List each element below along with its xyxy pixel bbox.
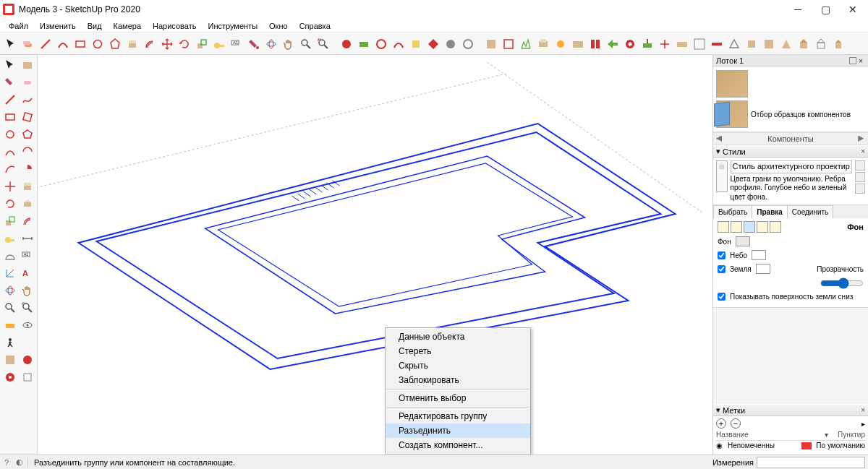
style-refresh-icon[interactable] [855, 184, 865, 194]
protractor-icon[interactable] [2, 248, 18, 264]
circle-tool-button[interactable] [90, 36, 106, 52]
ctx-lock[interactable]: Заблокировать [386, 373, 530, 387]
poly-icon[interactable] [20, 126, 35, 142]
toolbar-icon[interactable] [796, 36, 812, 52]
toolbar-icon[interactable] [460, 36, 476, 52]
ctx-hide[interactable]: Скрыть [386, 358, 530, 373]
bg-color-swatch[interactable] [736, 236, 750, 246]
misc-icon[interactable] [2, 369, 18, 385]
followme-icon[interactable] [20, 196, 35, 212]
style-name-field[interactable]: Стиль архитектурного проектир [731, 160, 852, 173]
select-tool-button[interactable] [3, 36, 19, 52]
marks-header[interactable]: ▾ Метки × [713, 404, 868, 416]
toolbar-icon[interactable] [425, 36, 441, 52]
toolbar-icon[interactable] [830, 36, 846, 52]
pan-tool-button[interactable] [281, 36, 297, 52]
polygon-tool-button[interactable] [107, 36, 123, 52]
viewport[interactable]: Данные объекта Стереть Скрыть Заблокиров… [38, 55, 712, 455]
face-settings-icon[interactable] [731, 221, 742, 233]
status-user-icon[interactable]: ◐ [13, 457, 26, 467]
ground-checkbox[interactable] [718, 265, 726, 273]
text-tool-button[interactable]: A1 [229, 36, 244, 52]
3dtext-icon[interactable]: A [20, 265, 35, 281]
toolbar-icon[interactable] [639, 36, 655, 52]
scale-icon[interactable] [2, 213, 18, 229]
menu-tools[interactable]: Инструменты [202, 20, 263, 32]
paint-icon[interactable] [2, 74, 18, 90]
rotate-tool-button[interactable] [176, 36, 192, 52]
style-new-icon[interactable] [855, 172, 865, 182]
zoom-tool-button[interactable] [298, 36, 314, 52]
ctx-make-component[interactable]: Создать компонент... [386, 438, 530, 452]
offset-tool-button[interactable] [142, 36, 158, 52]
arc3-icon[interactable] [2, 161, 18, 177]
toolbar-icon[interactable] [622, 36, 638, 52]
toolbar-icon[interactable] [761, 36, 777, 52]
minimize-button[interactable]: ─ [784, 0, 812, 19]
toolbar-icon[interactable] [391, 36, 407, 52]
measure-input[interactable] [757, 457, 865, 468]
menu-file[interactable]: Файл [3, 20, 34, 32]
component-icon[interactable] [20, 57, 35, 73]
ctx-edit-group[interactable]: Редактировать группу [386, 409, 530, 423]
rect-tool-button[interactable] [72, 36, 88, 52]
model-canvas[interactable] [38, 55, 712, 455]
freehand-icon[interactable] [20, 92, 35, 108]
ctx-explode[interactable]: Разъединить [386, 423, 530, 438]
mark-color-swatch[interactable] [801, 442, 812, 449]
toolbar-icon[interactable] [535, 36, 551, 52]
styles-header[interactable]: ▾ Стили × [713, 145, 868, 158]
tape-icon[interactable] [2, 231, 18, 246]
remove-mark-button[interactable]: − [731, 418, 741, 429]
col-dash[interactable]: Пунктир [838, 431, 865, 439]
misc-icon[interactable] [2, 352, 18, 368]
toolbar-icon[interactable] [518, 36, 534, 52]
tray-pin-icon[interactable] [849, 57, 856, 64]
select-icon[interactable] [2, 57, 18, 73]
status-help-icon[interactable]: ? [0, 458, 13, 467]
line-tool-button[interactable] [38, 36, 54, 52]
eraser-tool-button[interactable] [20, 36, 36, 52]
move-tool-button[interactable] [159, 36, 175, 52]
toolbar-icon[interactable] [483, 36, 499, 52]
paint-tool-button[interactable] [246, 36, 262, 52]
zoom-ext-icon[interactable] [20, 300, 35, 316]
menu-help[interactable]: Справка [294, 20, 336, 32]
misc-icon[interactable] [20, 335, 35, 350]
tab-select[interactable]: Выбрать [713, 205, 752, 218]
misc-icon[interactable] [20, 369, 35, 385]
toolbar-icon[interactable] [744, 36, 760, 52]
toolbar-icon[interactable] [373, 36, 389, 52]
next-icon[interactable]: ⯈ [858, 135, 865, 143]
toolbar-icon[interactable] [356, 36, 372, 52]
tray-close-icon[interactable]: × [856, 56, 865, 65]
ctx-deselect[interactable]: Отменить выбор [386, 391, 530, 405]
orbit-icon[interactable] [2, 283, 18, 298]
misc-icon[interactable] [20, 352, 35, 368]
menu-camera[interactable]: Камера [108, 20, 147, 32]
ground-color-swatch[interactable] [756, 264, 770, 274]
menu-edit[interactable]: Изменить [34, 20, 82, 32]
marks-menu-icon[interactable]: ▸ [861, 420, 865, 428]
ctx-entity-info[interactable]: Данные объекта [386, 330, 530, 344]
arc-icon[interactable] [2, 144, 18, 160]
line-icon[interactable] [2, 92, 18, 108]
axes-icon[interactable] [2, 265, 18, 281]
toolbar-icon[interactable] [605, 36, 621, 52]
add-mark-button[interactable]: + [716, 418, 726, 429]
toolbar-icon[interactable] [553, 36, 569, 52]
watermark-icon[interactable] [757, 221, 768, 233]
orbit-tool-button[interactable] [263, 36, 279, 52]
toolbar-icon[interactable] [408, 36, 424, 52]
dim-icon[interactable] [20, 231, 35, 246]
toolbar-icon[interactable] [657, 36, 673, 52]
rotate-icon[interactable] [2, 196, 18, 212]
style-update-icon[interactable] [855, 160, 865, 171]
ctx-erase[interactable]: Стереть [386, 344, 530, 358]
tab-edit[interactable]: Правка [752, 205, 788, 218]
arc-tool-button[interactable] [55, 36, 71, 52]
eye-icon[interactable] [20, 317, 35, 333]
pie-icon[interactable] [20, 161, 35, 177]
toolbar-icon[interactable] [726, 36, 742, 52]
toolbar-icon[interactable] [813, 36, 829, 52]
